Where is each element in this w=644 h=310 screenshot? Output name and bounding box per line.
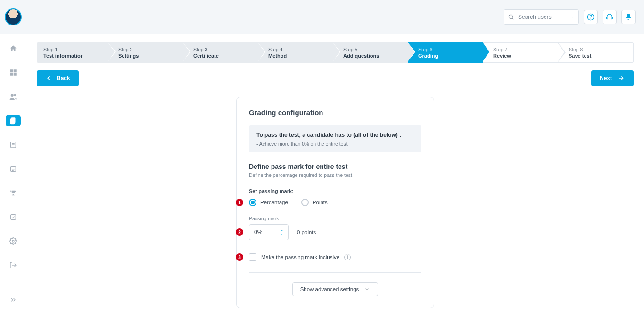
step-label: Step 7 — [493, 47, 551, 52]
step-1[interactable]: Step 1Test information — [37, 42, 108, 63]
step-name: Test information — [43, 53, 101, 59]
svg-rect-9 — [13, 73, 16, 75]
step-label: Step 3 — [193, 47, 251, 52]
wizard-nav-row: Back Next — [37, 70, 634, 86]
inclusive-checkbox-label: Make the passing mark inclusive — [261, 254, 339, 260]
spinner-down-icon[interactable] — [280, 232, 284, 236]
step-label: Step 4 — [268, 47, 326, 52]
topbar-right: Search users — [504, 9, 636, 25]
step-2[interactable]: Step 2Settings — [108, 42, 183, 63]
nav-reports-icon[interactable] — [6, 211, 21, 223]
support-button[interactable] — [603, 10, 617, 24]
svg-point-22 — [12, 240, 14, 242]
search-placeholder: Search users — [518, 14, 567, 20]
nav-surveys-icon[interactable] — [6, 139, 21, 151]
stepper-spinners — [280, 228, 284, 236]
radio-percentage-label: Percentage — [260, 200, 288, 205]
svg-rect-7 — [13, 69, 16, 72]
next-button-label: Next — [600, 75, 612, 82]
back-button-label: Back — [57, 75, 70, 82]
svg-line-1 — [512, 18, 514, 19]
nav-tests-icon[interactable] — [6, 115, 21, 126]
step-name: Review — [493, 53, 551, 59]
show-advanced-settings-button[interactable]: Show advanced settings — [292, 282, 379, 296]
step-label: Step 8 — [569, 47, 627, 52]
section-title: Define pass mark for entire test — [249, 163, 421, 170]
step-name: Add questions — [343, 53, 401, 59]
info-icon[interactable]: i — [344, 254, 351, 260]
passing-mark-value: 0% — [254, 229, 262, 235]
step-4[interactable]: Step 4Method — [258, 42, 333, 63]
pass-criteria-infobox: To pass the test, a candidate has to (al… — [249, 125, 421, 152]
annotation-badge-3: 3 — [236, 253, 243, 261]
topbar-avatar-slot — [0, 0, 26, 34]
notifications-button[interactable] — [621, 10, 636, 24]
section-subtitle: Define the percentage required to pass t… — [249, 172, 421, 178]
radio-points-label: Points — [313, 200, 328, 205]
nav-settings-icon[interactable] — [6, 235, 21, 247]
step-label: Step 1 — [43, 47, 101, 52]
svg-point-3 — [591, 18, 591, 19]
spinner-up-icon[interactable] — [280, 228, 284, 232]
step-7[interactable]: Step 7Review — [483, 42, 558, 63]
radio-dot-icon — [301, 199, 309, 206]
svg-rect-4 — [607, 17, 608, 19]
nav-training-icon[interactable] — [6, 163, 21, 175]
nav-users-icon[interactable] — [6, 91, 21, 102]
step-name: Certificate — [193, 53, 251, 59]
step-label: Step 5 — [343, 47, 401, 52]
svg-point-10 — [10, 94, 13, 97]
svg-point-11 — [14, 94, 16, 96]
step-label: Step 2 — [118, 47, 176, 52]
step-name: Settings — [118, 53, 176, 59]
svg-rect-13 — [10, 118, 15, 124]
back-button[interactable]: Back — [37, 70, 79, 86]
radio-points[interactable]: Points — [301, 199, 328, 206]
svg-rect-8 — [10, 73, 13, 75]
step-5[interactable]: Step 5Add questions — [333, 42, 408, 63]
search-icon — [508, 14, 514, 20]
nav-home-icon[interactable] — [6, 42, 21, 54]
nav-trophy-icon[interactable] — [6, 187, 21, 199]
content-area: Step 1Test informationStep 2SettingsStep… — [26, 34, 644, 310]
annotation-badge-1: 1 — [236, 199, 243, 206]
avatar[interactable] — [5, 8, 22, 25]
radio-dot-icon — [249, 199, 256, 206]
infobox-bullet: - Achieve more than 0% on the entire tes… — [256, 141, 414, 147]
inclusive-checkbox-row: 3 Make the passing mark inclusive i — [249, 251, 421, 273]
set-passing-mark-label: Set passing mark: — [249, 188, 421, 194]
sidebar — [0, 34, 26, 310]
nav-dashboard-icon[interactable] — [6, 67, 21, 78]
passing-mark-type-radiogroup: 1 Percentage Points — [249, 199, 421, 206]
radio-percentage[interactable]: Percentage — [249, 199, 288, 206]
inclusive-checkbox[interactable] — [249, 253, 256, 261]
card-title: Grading configuration — [249, 109, 421, 117]
svg-point-0 — [509, 15, 512, 18]
caret-down-icon — [570, 15, 575, 19]
annotation-badge-2: 2 — [236, 228, 243, 236]
svg-rect-21 — [10, 215, 16, 220]
step-label: Step 6 — [418, 47, 476, 52]
step-3[interactable]: Step 3Certificate — [183, 42, 258, 63]
nav-logout-icon[interactable] — [6, 260, 21, 271]
step-6[interactable]: Step 6Grading — [408, 42, 483, 63]
points-equivalent: 0 points — [297, 229, 316, 235]
chevron-down-icon — [364, 286, 370, 292]
next-button[interactable]: Next — [591, 70, 634, 86]
passing-mark-row: 2 0% 0 points — [249, 224, 421, 240]
step-8[interactable]: Step 8Save test — [558, 42, 634, 63]
passing-mark-label: Passing mark — [249, 216, 421, 221]
top-bar: Search users — [0, 0, 644, 34]
help-button[interactable] — [584, 10, 598, 24]
sidebar-collapse-icon[interactable] — [9, 296, 17, 303]
search-users-dropdown[interactable]: Search users — [504, 9, 579, 25]
advanced-button-label: Show advanced settings — [300, 286, 359, 292]
grading-card: Grading configuration To pass the test, … — [236, 97, 434, 308]
infobox-headline: To pass the test, a candidate has to (al… — [256, 132, 414, 138]
passing-mark-input[interactable]: 0% — [249, 224, 289, 240]
svg-rect-6 — [10, 69, 13, 72]
step-name: Method — [268, 53, 326, 59]
svg-rect-5 — [611, 17, 613, 19]
step-name: Grading — [418, 53, 476, 59]
step-name: Save test — [569, 53, 627, 59]
